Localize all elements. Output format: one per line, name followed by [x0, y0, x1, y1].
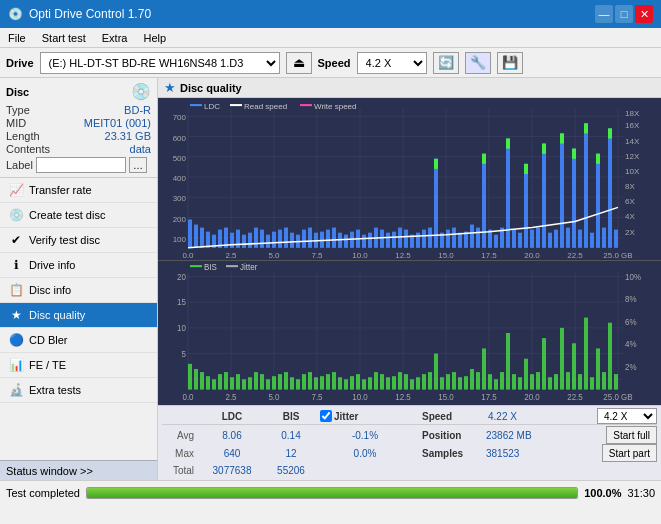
nav-label-create-test-disc: Create test disc [29, 209, 105, 221]
samples-header: Samples [422, 448, 480, 459]
svg-rect-151 [188, 364, 192, 390]
status-window-item[interactable]: Status window >> [0, 460, 157, 480]
svg-rect-198 [470, 369, 474, 390]
eject-button[interactable]: ⏏ [286, 52, 312, 74]
max-label: Max [162, 448, 198, 459]
svg-rect-31 [260, 230, 264, 248]
svg-rect-155 [212, 379, 216, 389]
svg-rect-90 [614, 230, 618, 248]
minimize-button[interactable]: — [595, 5, 613, 23]
nav-label-drive-info: Drive info [29, 259, 75, 271]
total-ldc: 3077638 [202, 465, 262, 476]
svg-text:5: 5 [182, 350, 187, 359]
svg-rect-207 [524, 359, 528, 390]
svg-text:12.5: 12.5 [395, 393, 411, 402]
disc-contents-row: Contents data [6, 143, 151, 155]
fe-te-icon: 📊 [8, 358, 24, 372]
bis-header: BIS [266, 411, 316, 422]
svg-rect-192 [434, 354, 438, 390]
speed-dropdown[interactable]: 4.2 X 8 X 12 X [597, 408, 657, 424]
avg-label: Avg [162, 430, 198, 441]
nav-item-verify-test-disc[interactable]: ✔ Verify test disc [0, 228, 157, 253]
nav-item-transfer-rate[interactable]: 📈 Transfer rate [0, 178, 157, 203]
svg-rect-164 [266, 379, 270, 389]
nav-item-drive-info[interactable]: ℹ Drive info [0, 253, 157, 278]
label-browse-button[interactable]: … [129, 157, 147, 173]
svg-text:20.0: 20.0 [524, 251, 540, 260]
progress-bar-container [86, 487, 578, 499]
svg-text:0.0: 0.0 [182, 393, 194, 402]
svg-text:LDC: LDC [204, 102, 220, 111]
transfer-rate-icon: 📈 [8, 183, 24, 197]
svg-text:25.0 GB: 25.0 GB [603, 393, 632, 402]
svg-rect-202 [494, 379, 498, 389]
svg-text:8%: 8% [625, 295, 637, 304]
svg-text:400: 400 [173, 174, 187, 183]
svg-text:700: 700 [173, 113, 187, 122]
svg-rect-38 [302, 230, 306, 248]
svg-text:100: 100 [173, 235, 187, 244]
svg-rect-86 [590, 233, 594, 248]
refresh-button[interactable]: 🔄 [433, 52, 459, 74]
svg-rect-168 [290, 377, 294, 389]
start-full-button[interactable]: Start full [606, 426, 657, 444]
disc-label-key: Label [6, 159, 33, 171]
svg-rect-243 [190, 265, 202, 267]
disc-length-key: Length [6, 130, 40, 142]
svg-rect-70 [494, 235, 498, 248]
start-part-button[interactable]: Start part [602, 444, 657, 462]
svg-rect-67 [476, 228, 480, 248]
window-controls: — □ ✕ [595, 5, 653, 23]
svg-text:200: 200 [173, 214, 187, 223]
stats-bar: LDC BIS Jitter Speed 4.22 X 4.2 X 8 X 12… [158, 405, 661, 480]
maximize-button[interactable]: □ [615, 5, 633, 23]
drive-select[interactable]: (E:) HL-DT-ST BD-RE WH16NS48 1.D3 [40, 52, 280, 74]
menu-extra[interactable]: Extra [98, 31, 132, 45]
svg-text:7.5: 7.5 [311, 393, 323, 402]
nav-label-disc-info: Disc info [29, 284, 71, 296]
svg-rect-187 [404, 374, 408, 389]
nav-label-disc-quality: Disc quality [29, 309, 85, 321]
avg-jitter: -0.1% [320, 430, 410, 441]
jitter-checkbox[interactable] [320, 410, 332, 422]
speed-select[interactable]: 4.2 X [357, 52, 427, 74]
svg-text:12X: 12X [625, 152, 640, 161]
svg-rect-175 [332, 372, 336, 389]
save-button[interactable]: 💾 [497, 52, 523, 74]
nav-item-fe-te[interactable]: 📊 FE / TE [0, 353, 157, 378]
svg-text:18X: 18X [625, 109, 640, 118]
svg-rect-45 [344, 235, 348, 248]
nav-item-extra-tests[interactable]: 🔬 Extra tests [0, 378, 157, 403]
label-input[interactable] [36, 157, 126, 173]
svg-rect-94 [524, 164, 528, 174]
svg-rect-52 [386, 233, 390, 248]
svg-rect-83 [572, 149, 576, 248]
svg-rect-211 [548, 377, 552, 389]
svg-rect-162 [254, 372, 258, 389]
svg-rect-200 [482, 348, 486, 389]
svg-rect-79 [548, 233, 552, 248]
samples-value: 381523 [486, 448, 519, 459]
menu-start-test[interactable]: Start test [38, 31, 90, 45]
nav-item-cd-bler[interactable]: 🔵 CD Bler [0, 328, 157, 353]
svg-text:2X: 2X [625, 228, 635, 237]
svg-rect-213 [560, 328, 564, 390]
drive-toolbar: Drive (E:) HL-DT-ST BD-RE WH16NS48 1.D3 … [0, 48, 661, 78]
nav-item-create-test-disc[interactable]: 💿 Create test disc [0, 203, 157, 228]
drive-info-icon: ℹ [8, 258, 24, 272]
time-text: 31:30 [627, 487, 655, 499]
svg-rect-95 [542, 144, 546, 154]
svg-rect-204 [506, 333, 510, 390]
close-button[interactable]: ✕ [635, 5, 653, 23]
verify-test-disc-icon: ✔ [8, 233, 24, 247]
extra-tests-icon: 🔬 [8, 383, 24, 397]
menu-file[interactable]: File [4, 31, 30, 45]
status-window-label: Status window >> [6, 465, 93, 477]
svg-text:2.5: 2.5 [225, 251, 237, 260]
svg-rect-36 [290, 233, 294, 248]
menu-help[interactable]: Help [139, 31, 170, 45]
settings-button[interactable]: 🔧 [465, 52, 491, 74]
nav-item-disc-quality[interactable]: ★ Disc quality [0, 303, 157, 328]
nav-item-disc-info[interactable]: 📋 Disc info [0, 278, 157, 303]
svg-rect-130 [230, 104, 242, 106]
